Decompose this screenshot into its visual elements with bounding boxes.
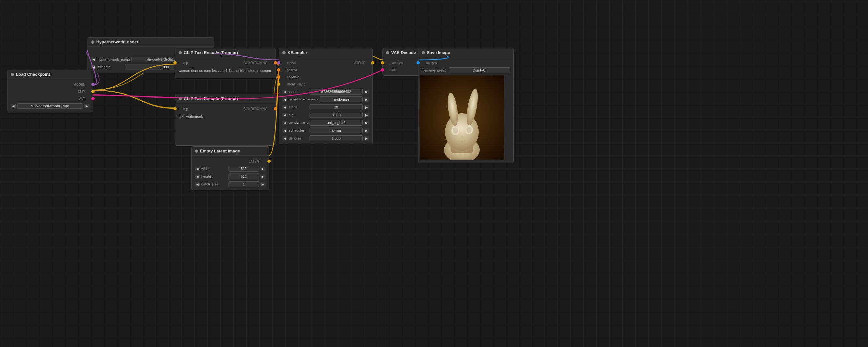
ksampler-model-port[interactable] — [277, 61, 280, 64]
vae-decode-samples-port[interactable] — [381, 61, 384, 64]
ksampler-latent-image-port[interactable] — [277, 82, 280, 86]
height-btn-left[interactable]: ◀ — [195, 174, 200, 179]
ksampler-title: KSampler — [287, 50, 307, 55]
lc-clip-label: CLIP — [78, 90, 89, 94]
seed-btn-right[interactable]: ▶ — [364, 90, 369, 94]
scheduler-btn-left[interactable]: ◀ — [282, 129, 287, 133]
ksampler-positive-row: positive — [279, 66, 372, 73]
sampler-btn-right[interactable]: ▶ — [364, 121, 369, 125]
steps-btn-right[interactable]: ▶ — [364, 105, 369, 109]
ksampler-seed-row: ◀ seed 572636856966402 ▶ — [279, 88, 372, 96]
clip-negative-input-row: clip CONDITIONING — [175, 105, 275, 112]
save-image-images-port[interactable] — [416, 61, 420, 64]
seed-label: seed — [289, 90, 308, 94]
hypernetwork-name-btn-left[interactable]: ◀ — [91, 57, 96, 62]
ksampler-steps-row: ◀ steps 20 ▶ — [279, 103, 372, 111]
empty-latent-batch-row: ◀ batch_size 1 ▶ — [191, 180, 269, 188]
batch-value[interactable]: 1 — [228, 181, 259, 187]
control-label: control_after_generate — [289, 98, 318, 101]
denoise-label: denoise — [289, 136, 308, 140]
empty-latent-body: LATENT ◀ width 512 ▶ ◀ height 512 ▶ ◀ ba… — [191, 156, 269, 190]
clip-encode-negative-title: CLIP Text Encode (Prompt) — [184, 96, 238, 101]
scheduler-btn-right[interactable]: ▶ — [364, 129, 369, 133]
empty-latent-dot — [195, 149, 198, 153]
clip-negative-conditioning-label: CONDITIONING — [243, 107, 272, 111]
sampler-value[interactable]: uni_pc_bh2 — [310, 120, 363, 126]
lc-clip-port[interactable] — [91, 90, 95, 93]
clip-encode-positive-node: CLIP Text Encode (Prompt) clip CONDITION… — [175, 48, 276, 78]
height-value[interactable]: 512 — [228, 174, 259, 179]
control-btn-left[interactable]: ◀ — [282, 97, 287, 102]
ksampler-header: KSampler — [279, 48, 372, 57]
clip-encode-positive-title: CLIP Text Encode (Prompt) — [184, 50, 238, 55]
load-checkpoint-clip-row: CLIP — [7, 88, 93, 95]
save-image-body: images filename_prefix ComfyUI — [418, 57, 514, 163]
ckpt-btn-right[interactable]: ▶ — [84, 104, 89, 108]
steps-value[interactable]: 20 — [310, 104, 363, 110]
clip-positive-output-port[interactable] — [274, 61, 277, 64]
save-image-images-label: images — [422, 61, 437, 65]
denoise-btn-right[interactable]: ▶ — [364, 136, 369, 140]
ksampler-dot — [282, 51, 285, 55]
clip-positive-input-row: clip CONDITIONING — [175, 59, 275, 66]
clip-negative-output-port[interactable] — [274, 107, 277, 110]
hypernetwork-loader-header: HypernetworkLoader — [88, 38, 214, 46]
cfg-btn-left[interactable]: ◀ — [282, 113, 287, 117]
control-btn-right[interactable]: ▶ — [364, 97, 369, 102]
cfg-value[interactable]: 8.000 — [310, 112, 363, 118]
ckpt-name-value[interactable]: v1-5-pruned-emaonly.ckpt — [17, 103, 83, 109]
steps-btn-left[interactable]: ◀ — [282, 105, 287, 109]
empty-latent-header: Empty Latent Image — [191, 147, 269, 156]
height-label: height — [201, 174, 227, 178]
save-image-title: Save Image — [427, 50, 450, 55]
ksampler-negative-port[interactable] — [277, 75, 280, 79]
sampler-btn-left[interactable]: ◀ — [282, 121, 287, 125]
ksampler-negative-label: negative — [282, 75, 299, 79]
ksampler-latent-image-label: latent_image — [282, 82, 305, 86]
clip-negative-clip-port[interactable] — [174, 107, 177, 110]
vae-decode-vae-port[interactable] — [381, 68, 384, 72]
ksampler-latent-port[interactable] — [371, 61, 374, 64]
empty-latent-latent-port[interactable] — [268, 160, 271, 163]
ksampler-body: model LATENT positive negative latent_im… — [279, 57, 372, 144]
clip-positive-clip-label: clip — [179, 61, 188, 65]
vae-decode-samples-label: samples — [386, 61, 403, 65]
ckpt-btn-left[interactable]: ◀ — [11, 104, 16, 108]
lc-model-port[interactable] — [91, 83, 95, 86]
strength-btn-left[interactable]: ◀ — [91, 65, 96, 69]
hypernetwork-loader-dot — [91, 40, 94, 44]
cfg-btn-right[interactable]: ▶ — [364, 113, 369, 117]
scheduler-value[interactable]: normal — [310, 128, 363, 133]
seed-btn-left[interactable]: ◀ — [282, 90, 287, 94]
width-label: width — [201, 167, 227, 171]
empty-latent-height-row: ◀ height 512 ▶ — [191, 173, 269, 180]
empty-latent-output-row: LATENT — [191, 158, 269, 165]
hypernetwork-loader-title: HypernetworkLoader — [96, 39, 138, 44]
save-image-node: Save Image images filename_prefix ComfyU… — [418, 48, 514, 163]
clip-negative-clip-label: clip — [179, 107, 188, 111]
height-btn-right[interactable]: ▶ — [260, 174, 266, 179]
batch-btn-right[interactable]: ▶ — [260, 182, 266, 186]
save-image-prefix-value[interactable]: ComfyUI — [449, 67, 510, 73]
width-btn-right[interactable]: ▶ — [260, 167, 266, 171]
width-btn-left[interactable]: ◀ — [195, 167, 200, 171]
ckpt-name-row: ◀ v1-5-pruned-emaonly.ckpt ▶ — [7, 102, 93, 110]
seed-value[interactable]: 572636856966402 — [310, 89, 363, 95]
clip-positive-clip-port[interactable] — [174, 61, 177, 64]
vae-decode-dot — [386, 51, 389, 55]
clip-encode-negative-header: CLIP Text Encode (Prompt) — [175, 94, 275, 103]
ksampler-positive-port[interactable] — [277, 68, 280, 72]
lc-vae-port[interactable] — [91, 97, 95, 100]
load-checkpoint-header: Load Checkpoint — [7, 70, 93, 79]
batch-btn-left[interactable]: ◀ — [195, 182, 200, 186]
ksampler-negative-row: negative — [279, 73, 372, 80]
denoise-value[interactable]: 1.000 — [310, 135, 363, 141]
clip-negative-prompt[interactable]: text, watermark — [175, 112, 275, 122]
strength-label: strength — [98, 65, 123, 69]
control-value[interactable]: randomize — [319, 97, 363, 102]
width-value[interactable]: 512 — [228, 166, 259, 172]
clip-encode-positive-dot — [179, 51, 182, 55]
denoise-btn-left[interactable]: ◀ — [282, 136, 287, 140]
svg-point-12 — [453, 120, 461, 131]
clip-positive-prompt[interactable]: woman (fennec ears fox ears:1.1), marble… — [175, 66, 275, 76]
